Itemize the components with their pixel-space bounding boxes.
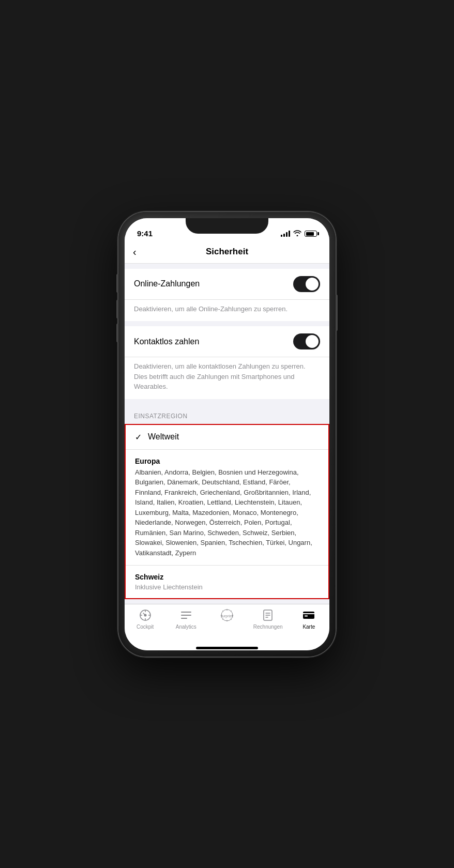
cockpit-icon bbox=[139, 608, 152, 622]
status-icons bbox=[281, 230, 317, 238]
region-weltweit[interactable]: ✓ Weltweit bbox=[126, 425, 328, 450]
weltweit-label: Weltweit bbox=[148, 432, 179, 441]
signal-icon bbox=[281, 231, 290, 237]
tab-cockpit[interactable]: Cockpit bbox=[127, 608, 163, 630]
notch bbox=[186, 218, 268, 234]
svg-rect-24 bbox=[303, 612, 314, 619]
tab-karte-label: Karte bbox=[302, 624, 315, 630]
contactless-payments-description: Deaktivieren, um alle kontaktlosen Zahlu… bbox=[125, 357, 329, 399]
tab-karte[interactable]: Karte bbox=[291, 608, 327, 630]
tab-analytics-label: Analytics bbox=[176, 624, 196, 630]
online-payments-row[interactable]: Online-Zahlungen bbox=[125, 269, 329, 300]
region-note: Dies betrifft nur Zahlungen im Geschäft … bbox=[125, 599, 329, 604]
tab-cockpit-label: Cockpit bbox=[137, 624, 154, 630]
region-europa[interactable]: Europa Albanien, Andorra, Belgien, Bosni… bbox=[126, 450, 328, 566]
tab-rechnungen-label: Rechnungen bbox=[253, 624, 283, 630]
region-header: EINSATZREGION bbox=[125, 404, 329, 424]
back-button[interactable]: ‹ bbox=[133, 246, 137, 258]
svg-rect-26 bbox=[305, 615, 308, 617]
phone-screen: 9:41 ‹ Sicherheit bbox=[125, 218, 329, 650]
online-payments-label: Online-Zahlungen bbox=[134, 279, 200, 288]
phone-frame: 9:41 ‹ Sicherheit bbox=[118, 212, 336, 657]
checkmark-icon: ✓ bbox=[135, 432, 142, 442]
svg-text:surprize: surprize bbox=[221, 614, 234, 618]
karte-icon bbox=[302, 608, 315, 622]
analytics-icon bbox=[179, 608, 193, 622]
tab-surprize[interactable]: surprize bbox=[209, 608, 245, 624]
europa-title: Europa bbox=[135, 457, 319, 465]
wifi-icon bbox=[293, 230, 301, 238]
region-schweiz[interactable]: Schweiz Inklusive Liechtenstein bbox=[126, 566, 328, 598]
europa-description: Albanien, Andorra, Belgien, Bosnien und … bbox=[135, 467, 319, 558]
rechnungen-icon bbox=[261, 608, 275, 622]
schweiz-subtitle: Inklusive Liechtenstein bbox=[135, 583, 319, 591]
tab-bar: Cockpit Analytics bbox=[125, 604, 329, 646]
surprize-icon: surprize bbox=[220, 608, 234, 622]
nav-bar: ‹ Sicherheit bbox=[125, 241, 329, 264]
status-time: 9:41 bbox=[137, 229, 153, 238]
scroll-content: Online-Zahlungen Deaktivieren, um alle O… bbox=[125, 264, 329, 604]
home-indicator bbox=[125, 646, 329, 650]
contactless-payments-row[interactable]: Kontaktlos zahlen bbox=[125, 326, 329, 357]
region-selection-box: ✓ Weltweit Europa Albanien, Andorra, Bel… bbox=[125, 424, 329, 600]
home-bar bbox=[196, 647, 258, 649]
schweiz-title: Schweiz bbox=[135, 573, 319, 581]
page-title: Sicherheit bbox=[206, 247, 248, 257]
contactless-payments-section: Kontaktlos zahlen Deaktivieren, um alle … bbox=[125, 326, 329, 399]
online-payments-description: Deaktivieren, um alle Online-Zahlungen z… bbox=[125, 300, 329, 322]
tab-rechnungen[interactable]: Rechnungen bbox=[250, 608, 286, 630]
online-payments-section: Online-Zahlungen Deaktivieren, um alle O… bbox=[125, 269, 329, 322]
tab-analytics[interactable]: Analytics bbox=[168, 608, 204, 630]
online-payments-toggle[interactable] bbox=[293, 276, 320, 292]
contactless-payments-label: Kontaktlos zahlen bbox=[134, 337, 199, 346]
battery-icon bbox=[305, 231, 317, 237]
contactless-payments-toggle[interactable] bbox=[293, 333, 320, 349]
